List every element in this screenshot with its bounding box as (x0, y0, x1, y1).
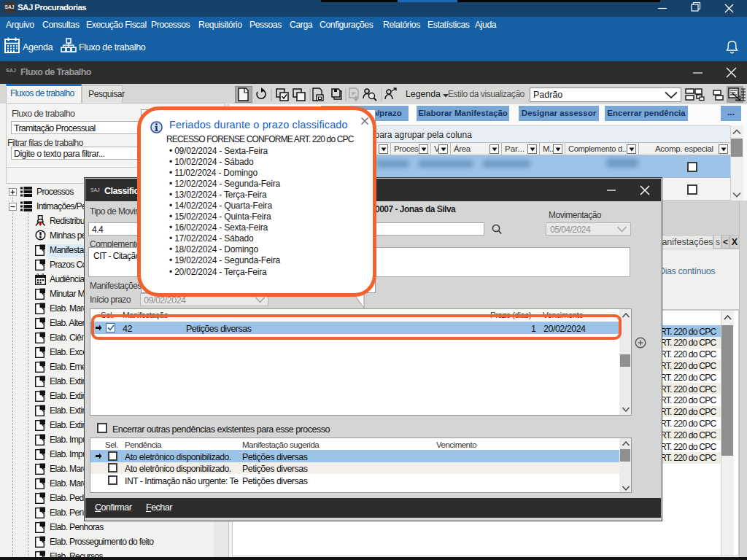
svg-text:P: P (352, 90, 356, 97)
